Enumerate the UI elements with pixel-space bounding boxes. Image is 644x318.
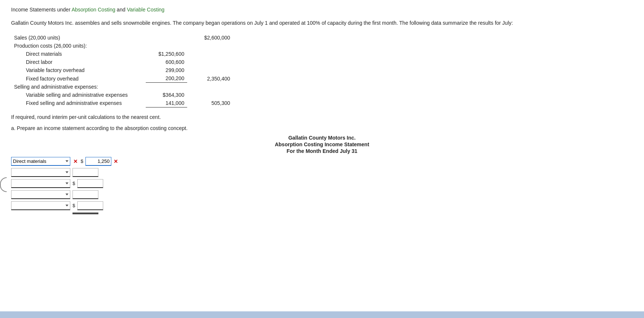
form-row-4 [11,190,166,199]
direct-materials-row: Direct materials $1,250,600 [11,50,233,58]
form-row-2 [11,168,166,177]
form-row-5: $ [11,201,166,210]
fixed-factory-row: Fixed factory overhead 200,200 2,350,400 [11,74,233,83]
amount-input-3[interactable] [77,179,103,188]
production-label: Production costs (26,000 units): [11,42,146,50]
selling-admin-label: Selling and administrative expenses: [11,83,146,91]
statement-title: Absorption Costing Income Statement [11,141,633,147]
line-item-select-5[interactable] [11,201,70,210]
dropdown-wrapper-4 [11,190,70,199]
dollar-sign-3: $ [73,181,75,186]
fixed-factory-label: Fixed factory overhead [11,74,146,83]
double-underline [73,212,98,214]
form-row-1: Direct materials ✕ $ ✕ [11,157,166,166]
direct-materials-label: Direct materials [11,50,146,58]
variable-selling-label: Variable selling and administrative expe… [11,91,146,99]
dropdown-wrapper-1: Direct materials [11,157,70,166]
income-statement-form: Direct materials ✕ $ ✕ $ [11,157,166,214]
clear-amount-1-button[interactable]: ✕ [114,158,118,164]
fixed-selling-label: Fixed selling and administrative expense… [11,99,146,107]
production-row: Production costs (26,000 units): [11,42,233,50]
variable-costing-link[interactable]: Variable Costing [127,7,165,13]
fixed-selling-row: Fixed selling and administrative expense… [11,99,233,107]
variable-factory-label: Variable factory overhead [11,66,146,74]
intro-paragraph: Gallatin County Motors Inc. assembles an… [11,19,566,27]
dropdown-wrapper-2 [11,168,70,177]
direct-labor-row: Direct labor 600,600 [11,58,233,66]
data-summary-table: Sales (20,000 units) $2,600,000 Producti… [11,34,233,107]
amount-input-5[interactable] [77,201,103,210]
direct-labor-label: Direct labor [11,58,146,66]
form-row-3: $ [11,179,166,188]
variable-selling-row: Variable selling and administrative expe… [11,91,233,99]
line-item-select-3[interactable] [11,179,70,188]
round-note: If required, round interim per-unit calc… [11,114,633,120]
amount-input-2[interactable] [73,168,98,177]
page-title: Income Statements under Absorption Costi… [11,7,633,13]
dollar-sign-5: $ [73,203,75,208]
company-name: Gallatin County Motors Inc. [11,135,633,141]
dropdown-wrapper-5 [11,201,70,210]
part-a-label: a. Prepare an income statement according… [11,125,633,131]
line-item-select-4[interactable] [11,190,70,199]
line-item-select-2[interactable] [11,168,70,177]
sales-label: Sales (20,000 units) [11,34,146,42]
statement-period: For the Month Ended July 31 [11,148,633,154]
selling-admin-row: Selling and administrative expenses: [11,83,233,91]
sales-row: Sales (20,000 units) $2,600,000 [11,34,233,42]
variable-factory-row: Variable factory overhead 299,000 [11,66,233,74]
remove-row-1-button[interactable]: ✕ [73,158,78,164]
amount-input-4[interactable] [73,190,98,199]
dollar-sign-1: $ [81,158,83,164]
amount-input-1[interactable] [85,157,111,166]
dropdown-wrapper-3 [11,179,70,188]
line-item-select-1[interactable]: Direct materials [11,157,70,166]
absorption-costing-link[interactable]: Absorption Costing [71,7,115,13]
